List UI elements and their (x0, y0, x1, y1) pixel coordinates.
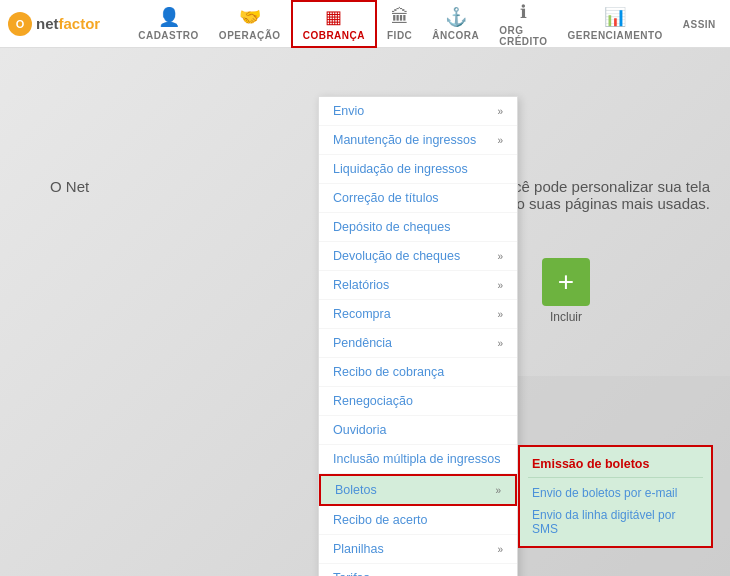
dropdown-item-recibo_cobranca[interactable]: Recibo de cobrança (319, 358, 517, 387)
dropdown-item-devolucao[interactable]: Devolução de cheques» (319, 242, 517, 271)
dropdown-item-label: Planilhas (333, 542, 384, 556)
dropdown-item-label: Tarifas (333, 571, 370, 576)
dropdown-item-label: Pendência (333, 336, 392, 350)
dropdown-item-label: Recompra (333, 307, 391, 321)
arrow-icon: » (497, 338, 503, 349)
logo-o: O (16, 18, 25, 30)
cadastro-icon: 👤 (158, 6, 180, 28)
dropdown-item-correcao[interactable]: Correção de títulos (319, 184, 517, 213)
dropdown-item-label: Depósito de cheques (333, 220, 450, 234)
dropdown-item-label: Devolução de cheques (333, 249, 460, 263)
fidc-icon: 🏛 (391, 7, 409, 28)
operacao-label: OPERAÇÃO (219, 30, 281, 41)
dropdown-item-pendencia[interactable]: Pendência» (319, 329, 517, 358)
gerenciamento-icon: 📊 (604, 6, 626, 28)
plus-icon: + (542, 258, 590, 306)
plus-label: Incluir (550, 310, 582, 324)
dropdown-item-envio[interactable]: Envio» (319, 97, 517, 126)
ancora-label: ÂNCORA (432, 30, 479, 41)
dropdown-item-planilhas[interactable]: Planilhas» (319, 535, 517, 564)
logo-net: net (36, 15, 59, 32)
gerenciamento-label: GERENCIAMENTO (568, 30, 663, 41)
dropdown-item-label: Recibo de cobrança (333, 365, 444, 379)
dropdown-item-label: Recibo de acerto (333, 513, 428, 527)
nav-item-gerenciamento[interactable]: 📊 GERENCIAMENTO (558, 0, 673, 48)
nav-item-cadastro[interactable]: 👤 CADASTRO (128, 0, 209, 48)
dropdown-item-label: Relatórios (333, 278, 389, 292)
dropdown-item-renegociacao[interactable]: Renegociação (319, 387, 517, 416)
dropdown-item-recibo_acerto[interactable]: Recibo de acerto (319, 506, 517, 535)
dropdown-item-label: Liquidação de ingressos (333, 162, 468, 176)
dropdown-item-ouvidoria[interactable]: Ouvidoria (319, 416, 517, 445)
dropdown-item-label: Boletos (335, 483, 377, 497)
logo-text: netfactor (36, 15, 100, 32)
sub-dropdown-title: Emissão de boletos (528, 453, 703, 478)
boletos-sub-dropdown: Emissão de boletos Envio de boletos por … (518, 445, 713, 548)
fidc-label: FIDC (387, 30, 412, 41)
nav-item-cobranca[interactable]: ▦ COBRANÇA (291, 0, 377, 48)
assin-label: ASSIN (683, 19, 716, 30)
dropdown-item-tarifas[interactable]: Tarifas» (319, 564, 517, 576)
dropdown-item-label: Inclusão múltipla de ingressos (333, 452, 500, 466)
dropdown-item-label: Envio (333, 104, 364, 118)
arrow-icon: » (497, 106, 503, 117)
nav-item-fidc[interactable]: 🏛 FIDC (377, 0, 422, 48)
nav-bar: 👤 CADASTRO 🤝 OPERAÇÃO ▦ COBRANÇA 🏛 FIDC … (128, 0, 726, 47)
dropdown-item-label: Manutenção de ingressos (333, 133, 476, 147)
org_credito-icon: ℹ (520, 1, 527, 23)
cadastro-label: CADASTRO (138, 30, 199, 41)
dropdown-item-liquidacao[interactable]: Liquidação de ingressos (319, 155, 517, 184)
arrow-icon: » (497, 135, 503, 146)
dropdown-item-manutencao[interactable]: Manutenção de ingressos» (319, 126, 517, 155)
cobranca-dropdown: Envio»Manutenção de ingressos»Liquidação… (318, 96, 518, 576)
logo[interactable]: O netfactor (8, 12, 100, 36)
arrow-icon: » (495, 485, 501, 496)
bg-text-left: O Net (50, 178, 89, 195)
logo-factor: factor (59, 15, 101, 32)
dropdown-item-deposito[interactable]: Depósito de cheques (319, 213, 517, 242)
nav-item-assin[interactable]: ASSIN (673, 0, 726, 48)
sub-dropdown-item-envio_email[interactable]: Envio de boletos por e-mail (528, 482, 703, 504)
bg-text-right: você pode personalizar sua telado suas p… (498, 178, 710, 212)
nav-item-ancora[interactable]: ⚓ ÂNCORA (422, 0, 489, 48)
nav-item-org_credito[interactable]: ℹ ORG CRÉDITO (489, 0, 557, 48)
cobranca-icon: ▦ (325, 6, 342, 28)
dropdown-item-boletos[interactable]: Boletos» (319, 474, 517, 506)
arrow-icon: » (497, 573, 503, 577)
dropdown-item-relatorios[interactable]: Relatórios» (319, 271, 517, 300)
arrow-icon: » (497, 251, 503, 262)
cobranca-label: COBRANÇA (303, 30, 365, 41)
dropdown-item-label: Correção de títulos (333, 191, 439, 205)
dropdown-item-recompra[interactable]: Recompra» (319, 300, 517, 329)
arrow-icon: » (497, 309, 503, 320)
ancora-icon: ⚓ (445, 6, 467, 28)
nav-item-operacao[interactable]: 🤝 OPERAÇÃO (209, 0, 291, 48)
arrow-icon: » (497, 544, 503, 555)
dropdown-item-inclusao_multipla[interactable]: Inclusão múltipla de ingressos (319, 445, 517, 474)
header: O netfactor 👤 CADASTRO 🤝 OPERAÇÃO ▦ COBR… (0, 0, 730, 48)
logo-circle: O (8, 12, 32, 36)
operacao-icon: 🤝 (239, 6, 261, 28)
dropdown-item-label: Renegociação (333, 394, 413, 408)
plus-button[interactable]: + Incluir (542, 258, 590, 324)
main-area: O Net você pode personalizar sua telado … (0, 48, 730, 576)
org_credito-label: ORG CRÉDITO (499, 25, 547, 47)
dropdown-item-label: Ouvidoria (333, 423, 387, 437)
arrow-icon: » (497, 280, 503, 291)
sub-dropdown-item-envio_sms[interactable]: Envio da linha digitável por SMS (528, 504, 703, 540)
